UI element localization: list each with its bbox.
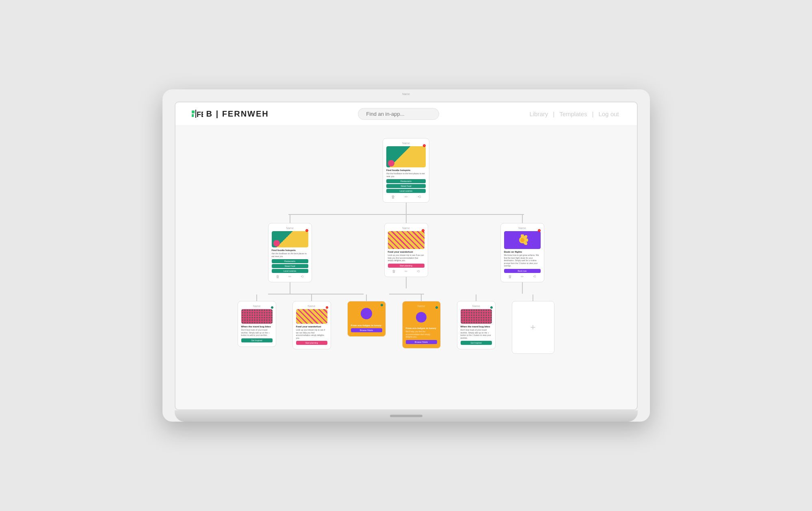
svg-rect-1: [192, 114, 194, 117]
templates-link[interactable]: Templates: [558, 110, 589, 118]
card-l2-2-btn[interactable]: Browse Hotels: [351, 328, 382, 332]
share-icon[interactable]: ⟲: [301, 275, 304, 279]
delete-icon[interactable]: 🗑: [391, 195, 395, 199]
card-l1-0-btn2[interactable]: Street Food: [272, 264, 308, 268]
card-l1-0[interactable]: Name Find foodie hotspots Ask the foodba…: [268, 223, 312, 282]
delete-icon[interactable]: 🗑: [276, 275, 279, 279]
edit-icon[interactable]: ✏: [521, 275, 524, 279]
svg-rect-0: [192, 110, 195, 113]
l2-node-1: Name Feed your wanderlust Look up your d…: [292, 294, 331, 349]
level0-node: Name Find foodie hotspots Ask the foodba…: [383, 138, 429, 214]
edit-icon[interactable]: ✏: [405, 269, 408, 273]
card-l2-0[interactable]: Name When the travel bug bites Don't los…: [238, 301, 276, 347]
library-link[interactable]: Library: [528, 110, 550, 118]
card-l1-0-btn1[interactable]: Restaurants: [272, 259, 308, 263]
card-label: Name: [386, 142, 426, 145]
card-l1-2[interactable]: Name: [500, 223, 544, 282]
navbar: FERNWEH B | FERNWEH Library | Templates …: [175, 102, 637, 126]
card-add[interactable]: Name +: [512, 301, 554, 354]
logo-icon: FERNWEH: [192, 110, 203, 119]
card-l1-1-btn[interactable]: Start planning: [388, 264, 424, 268]
card-l1-1[interactable]: Name Feed your wanderlust Look up your d…: [384, 223, 428, 277]
card-level0[interactable]: Name Find foodie hotspots Ask the foodba…: [383, 138, 429, 203]
laptop-screen: FERNWEH B | FERNWEH Library | Templates …: [175, 102, 638, 410]
nav-links: Library | Templates | Log out: [528, 110, 620, 118]
card-l2-3[interactable]: Name From eco-lodges to luxury We'll hel…: [402, 301, 441, 349]
l2-node-4: Name When the travel bug bites Don't los…: [457, 294, 496, 349]
card-l2-4-btn[interactable]: Get Inspired: [461, 341, 492, 345]
card-title: Find foodie hotspots: [386, 169, 426, 171]
logout-link[interactable]: Log out: [597, 110, 620, 118]
edit-icon[interactable]: ✏: [405, 195, 408, 199]
delete-icon[interactable]: 🗑: [392, 269, 396, 273]
vline-0: [406, 203, 407, 214]
share-icon[interactable]: ⟲: [418, 195, 421, 199]
l2-node-3: Name From eco-lodges to luxury We'll hel…: [402, 294, 441, 349]
l1-node-1: Name Feed your wanderlust Look up your d…: [384, 215, 428, 288]
laptop-frame: FERNWEH B | FERNWEH Library | Templates …: [162, 89, 650, 422]
laptop-base: [175, 410, 638, 422]
card-l2-1-btn[interactable]: Start planning: [296, 341, 327, 345]
svg-text:FERNWEH: FERNWEH: [197, 110, 203, 119]
card-body: Ask the foodbase on the best places to e…: [386, 172, 426, 178]
l2-node-0: Name When the travel bug bites Don't los…: [238, 294, 276, 347]
card-l1-0-btn3[interactable]: Local cuisines: [272, 269, 308, 273]
logo: FERNWEH B | FERNWEH: [192, 109, 269, 119]
card-l2-0-btn[interactable]: Get Inspired: [241, 338, 273, 342]
card-btn3[interactable]: Local cuisines: [386, 189, 426, 193]
card-btn1[interactable]: Restaurants: [386, 179, 426, 183]
main-content: Name Find foodie hotspots Ask the foodba…: [175, 126, 637, 366]
share-icon[interactable]: ⟲: [417, 269, 420, 273]
card-l2-1[interactable]: Name Feed your wanderlust Look up your d…: [292, 301, 331, 349]
svg-rect-2: [195, 110, 196, 118]
card-l2-4[interactable]: Name When the travel bug bites Don't los…: [457, 301, 496, 349]
card-actions: 🗑 ✏ ⟲: [386, 195, 426, 199]
hline-l1: [268, 214, 544, 215]
l2-node-5: Name +: [512, 294, 554, 354]
level2-row: Name When the travel bug bites Don't los…: [238, 294, 554, 354]
delete-icon[interactable]: 🗑: [508, 275, 512, 279]
plus-icon[interactable]: +: [531, 322, 536, 333]
l1-node-2: Name: [500, 215, 544, 294]
l1-node-0: Name Find foodie hotspots Ask the foodba…: [268, 215, 312, 294]
card-l2-2[interactable]: From eco-lodges to luxury Browse Hotels: [347, 301, 386, 337]
search-input[interactable]: [358, 108, 439, 120]
card-l1-2-btn[interactable]: Book now: [504, 269, 541, 273]
edit-icon[interactable]: ✏: [288, 275, 292, 279]
hline-l2: [268, 294, 544, 294]
svg-point-9: [520, 238, 524, 242]
level1-row: Name Find foodie hotspots Ask the foodba…: [268, 215, 544, 294]
share-icon[interactable]: ⟲: [533, 275, 536, 279]
l2-node-2: From eco-lodges to luxury Browse Hotels: [347, 294, 386, 337]
card-btn2[interactable]: Street Food: [386, 184, 426, 188]
card-art: [386, 146, 426, 167]
logo-text: B | FERNWEH: [206, 109, 269, 119]
card-l2-3-btn[interactable]: Browse Hotels: [406, 340, 437, 344]
